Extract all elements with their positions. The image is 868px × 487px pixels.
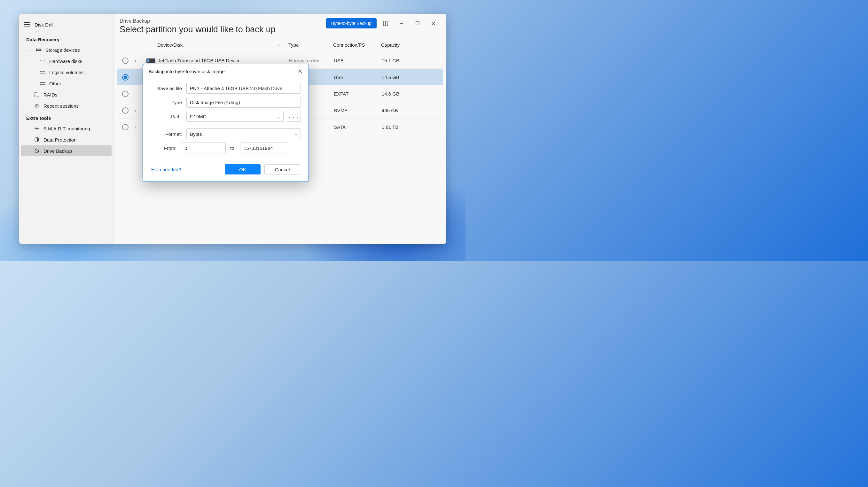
- cancel-button[interactable]: Cancel: [265, 164, 300, 174]
- sidebar-item-logical-volumes[interactable]: Logical volumes: [21, 67, 112, 78]
- gear-icon: [34, 103, 40, 109]
- device-type: Hardware disk: [289, 58, 334, 63]
- byte-to-byte-backup-button[interactable]: Byte-to-byte Backup: [326, 18, 377, 28]
- sidebar-item-raids[interactable]: RAIDs: [21, 89, 112, 100]
- minimize-button[interactable]: [395, 19, 409, 28]
- radio-button[interactable]: [122, 124, 128, 130]
- main-header: Drive Backup Select partition you would …: [114, 14, 446, 38]
- drive-icon: [40, 58, 45, 64]
- chevron-down-icon: ⌄: [277, 115, 280, 119]
- path-select[interactable]: F:\DMG ⌄: [186, 111, 284, 122]
- svg-point-2: [36, 105, 37, 106]
- label: Hardware disks: [49, 59, 82, 64]
- chevron-right-icon[interactable]: ›: [134, 125, 137, 129]
- label: Drive Backup: [43, 148, 72, 154]
- radio-button[interactable]: [122, 74, 128, 80]
- type-select[interactable]: Disk Image File (*.dmg) ⌄: [186, 97, 301, 108]
- sidebar-item-other[interactable]: Other: [21, 78, 112, 89]
- disk-icon: [147, 59, 155, 63]
- section-data-recovery: Data Recovery: [19, 33, 114, 44]
- dialog-title: Backup into byte-to-byte disk image: [149, 69, 225, 74]
- col-device[interactable]: Device/Disk: [157, 42, 183, 47]
- maximize-button[interactable]: [410, 19, 425, 28]
- sidebar-item-hardware-disks[interactable]: Hardware disks: [21, 56, 112, 66]
- from-input[interactable]: [181, 142, 226, 153]
- browse-button[interactable]: . . .: [287, 111, 301, 122]
- page-title: Select partition you would like to back …: [120, 25, 326, 34]
- col-type[interactable]: Type: [286, 42, 331, 47]
- shield-icon: [34, 137, 40, 142]
- chevron-down-icon[interactable]: ⌄: [134, 75, 137, 79]
- divider: [151, 125, 301, 125]
- from-label: From:: [164, 145, 177, 151]
- format-select[interactable]: Bytes ⌄: [186, 128, 301, 139]
- device-capacity: 14.6 GB: [382, 74, 430, 80]
- chevron-right-icon[interactable]: ›: [134, 59, 137, 63]
- heartbeat-icon: [34, 126, 40, 131]
- label: Recent sessions: [43, 103, 79, 109]
- sidebar-item-storage-devices[interactable]: ⌄ Storage devices: [21, 44, 112, 55]
- device-capacity: 15.1 GB: [382, 58, 430, 63]
- device-name: JetFlash Transcend 16GB USB Device: [158, 58, 289, 63]
- sidebar-item-drive-backup[interactable]: Drive Backup: [21, 145, 112, 156]
- dialog-header: Backup into byte-to-byte disk image: [143, 64, 309, 78]
- close-icon[interactable]: [297, 67, 304, 75]
- sidebar: Disk Drill Data Recovery ⌄ Storage devic…: [19, 14, 114, 244]
- to-label: to:: [230, 145, 236, 151]
- sidebar-item-recent-sessions[interactable]: Recent sessions: [21, 100, 112, 111]
- help-link[interactable]: Help needed?: [151, 167, 181, 172]
- radio-button[interactable]: [122, 107, 128, 114]
- menu-icon[interactable]: [24, 22, 30, 27]
- sort-down-icon[interactable]: ↓: [278, 42, 284, 47]
- titlebar: Disk Drill: [19, 16, 114, 33]
- col-capacity[interactable]: Capacity: [378, 42, 427, 47]
- label: RAIDs: [43, 92, 57, 97]
- save-as-input[interactable]: [186, 83, 301, 94]
- section-extra-tools: Extra tools: [19, 111, 114, 123]
- device-conn: USB: [334, 58, 382, 63]
- label: Data Protection: [43, 137, 76, 142]
- col-connection[interactable]: Connection/FS: [331, 42, 378, 47]
- bookmark-icon[interactable]: [378, 19, 393, 28]
- device-capacity: 14.6 GB: [382, 91, 430, 97]
- device-conn: EXFAT: [334, 91, 382, 97]
- label: S.M.A.R.T. monitoring: [43, 126, 90, 131]
- drive-icon: [36, 47, 41, 53]
- to-input[interactable]: [240, 142, 288, 153]
- drive-icon: [40, 80, 45, 86]
- device-capacity: 1.81 TB: [382, 124, 430, 130]
- chevron-down-icon: ⌄: [294, 132, 297, 136]
- drive-icon: [40, 69, 45, 75]
- format-label: Format:: [151, 131, 182, 137]
- chevron-down-icon: ⌄: [294, 100, 297, 104]
- path-label: Path:: [151, 114, 182, 119]
- ok-button[interactable]: OK: [225, 164, 260, 174]
- device-conn: USB: [334, 74, 382, 80]
- device-conn: SATA: [334, 124, 382, 130]
- chevron-down-icon: ⌄: [28, 48, 32, 52]
- radio-button[interactable]: [122, 91, 128, 97]
- label: Storage devices: [45, 47, 80, 53]
- table-header: Device/Disk ↓ Type Connection/FS Capacit…: [114, 38, 446, 52]
- svg-rect-0: [34, 92, 39, 97]
- raid-icon: [34, 92, 40, 97]
- sidebar-item-data-protection[interactable]: Data Protection: [21, 134, 112, 145]
- breadcrumb: Drive Backup: [120, 18, 326, 24]
- label: Logical volumes: [49, 70, 84, 75]
- chevron-right-icon[interactable]: ›: [134, 109, 137, 112]
- history-icon: [34, 148, 40, 154]
- radio-button[interactable]: [122, 58, 128, 64]
- type-label: Type: [151, 100, 182, 105]
- close-button[interactable]: [427, 19, 440, 28]
- svg-rect-5: [416, 22, 419, 25]
- app-name: Disk Drill: [34, 22, 53, 28]
- save-as-label: Save as file: [151, 86, 182, 91]
- device-capacity: 465 GB: [382, 108, 430, 113]
- backup-dialog: Backup into byte-to-byte disk image Save…: [143, 64, 309, 182]
- device-conn: NVME: [334, 108, 382, 113]
- label: Other: [49, 81, 61, 86]
- sidebar-item-smart[interactable]: S.M.A.R.T. monitoring: [21, 123, 112, 134]
